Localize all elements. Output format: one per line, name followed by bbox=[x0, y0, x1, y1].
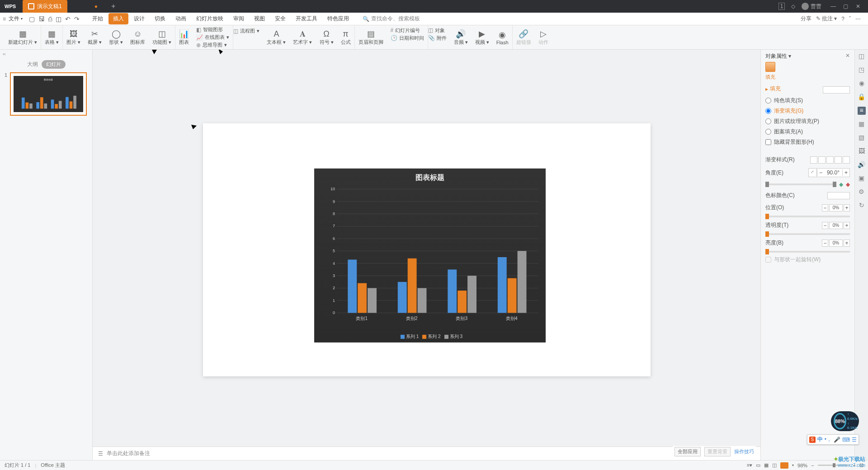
smart-graphic-button[interactable]: ◧智能图形 bbox=[196, 26, 223, 33]
share-button[interactable]: 分享 bbox=[801, 15, 811, 23]
network-speed-widget[interactable]: 88% ↑ 0.6K/s↓ 0.1K/s bbox=[831, 411, 859, 431]
brightness-slider[interactable] bbox=[765, 251, 850, 253]
comment-button[interactable]: ✎ 批注 ▾ bbox=[816, 15, 837, 23]
side-icon-1[interactable]: ◫ bbox=[858, 52, 866, 61]
hide-bg-checkbox[interactable]: 隐藏背景图形(H) bbox=[765, 137, 850, 147]
screenshot-button[interactable]: ✂截屏 ▾ bbox=[84, 25, 105, 49]
function-chart-button[interactable]: ◫功能图 ▾ bbox=[149, 25, 175, 49]
tab-features[interactable]: 特色应用 bbox=[323, 13, 354, 24]
chart-object[interactable]: 图表标题 012345678910类别1类别2类别3类别4 系列 1系列 2系列… bbox=[314, 169, 546, 343]
side-icon-5[interactable]: ≡ bbox=[858, 107, 866, 115]
side-icon-9[interactable]: 🔊 bbox=[858, 161, 866, 169]
save-icon[interactable]: 🖫 bbox=[38, 15, 45, 23]
file-menu[interactable]: 文件▾ bbox=[6, 14, 25, 24]
zoom-out-button[interactable]: − bbox=[811, 463, 814, 468]
tab-insert[interactable]: 插入 bbox=[108, 13, 128, 24]
add-stop-icon[interactable]: ◆ bbox=[839, 181, 843, 188]
view-reading-icon[interactable]: ◫ bbox=[772, 462, 777, 468]
side-icon-11[interactable]: ⚙ bbox=[858, 188, 866, 196]
flash-button[interactable]: ◉Flash bbox=[493, 25, 513, 49]
props-close-button[interactable]: ✕ bbox=[845, 52, 850, 59]
side-icon-7[interactable]: ▧ bbox=[858, 134, 866, 142]
notes-bar[interactable]: ☰ 单击此处添加备注 bbox=[93, 446, 760, 460]
canvas-area[interactable]: 图表标题 012345678910类别1类别2类别3类别4 系列 1系列 2系列… bbox=[93, 50, 760, 460]
ime-toolbar[interactable]: S 中 •， 🎤 ⌨ ☰ bbox=[807, 434, 859, 445]
new-tab-button[interactable]: + bbox=[111, 2, 115, 10]
command-search[interactable]: 🔍 查找命令、搜索模板 bbox=[363, 15, 420, 23]
side-icon-8[interactable]: 🖼 bbox=[858, 147, 866, 155]
transparency-slider[interactable] bbox=[765, 233, 850, 235]
open-icon[interactable]: ▢ bbox=[29, 15, 35, 23]
tab-start[interactable]: 开始 bbox=[88, 13, 108, 24]
angle-spinner[interactable]: ◜−90.0°+ bbox=[808, 168, 850, 177]
textbox-button[interactable]: A文本框 ▾ bbox=[263, 25, 289, 49]
mindmap-button[interactable]: ⊕思维导图 ▾ bbox=[196, 42, 227, 48]
collapse-ribbon-icon[interactable]: ˆ bbox=[849, 16, 851, 22]
header-footer-button[interactable]: ▤页眉和页脚 bbox=[355, 25, 387, 49]
video-button[interactable]: ▶视频 ▾ bbox=[472, 25, 493, 49]
document-tab[interactable]: 演示文稿1 bbox=[23, 0, 67, 13]
symbol-button[interactable]: Ω符号 ▾ bbox=[316, 25, 337, 49]
brightness-spinner[interactable]: −0%+ bbox=[822, 240, 850, 247]
tab-review[interactable]: 审阅 bbox=[229, 13, 249, 24]
slide-thumbnail[interactable]: 图表标题 bbox=[10, 72, 87, 116]
redo-icon[interactable]: ↷ bbox=[74, 15, 80, 23]
skin-icon[interactable]: ◇ bbox=[791, 3, 795, 9]
side-icon-3[interactable]: ◉ bbox=[858, 80, 866, 88]
transparency-spinner[interactable]: −0%+ bbox=[822, 222, 850, 229]
tab-animation[interactable]: 动画 bbox=[171, 13, 191, 24]
slide-number-button[interactable]: #幻灯片编号 bbox=[391, 27, 420, 34]
gradient-stops-slider[interactable]: ◆ ◆ bbox=[765, 179, 850, 189]
undo-icon[interactable]: ↶ bbox=[65, 15, 71, 23]
tab-security[interactable]: 安全 bbox=[270, 13, 290, 24]
remove-stop-icon[interactable]: ◆ bbox=[846, 181, 850, 188]
date-time-button[interactable]: 🕒日期和时间 bbox=[391, 35, 424, 42]
hamburger-icon[interactable]: ≡ bbox=[3, 16, 6, 22]
ime-punct-icon[interactable]: •， bbox=[825, 436, 832, 443]
wordart-button[interactable]: 𝐀艺术字 ▾ bbox=[289, 25, 316, 49]
gradient-fill-radio[interactable]: 渐变填充(G) bbox=[765, 106, 850, 116]
maximize-button[interactable]: ▢ bbox=[840, 3, 851, 9]
object-button[interactable]: ◫对象 bbox=[428, 27, 445, 34]
side-icon-2[interactable]: ◳ bbox=[858, 66, 866, 74]
audio-button[interactable]: 🔊音频 ▾ bbox=[450, 25, 472, 49]
slideshow-play-button[interactable] bbox=[780, 462, 788, 469]
icon-lib-button[interactable]: ☺图标库 bbox=[127, 25, 149, 49]
flowchart-button[interactable]: ◫流程图 ▾ bbox=[233, 28, 259, 34]
position-slider[interactable] bbox=[765, 216, 850, 217]
more-icon[interactable]: ⋯ bbox=[855, 16, 861, 22]
solid-fill-radio[interactable]: 纯色填充(S) bbox=[765, 95, 850, 106]
tips-link[interactable]: 操作技巧 bbox=[734, 448, 754, 455]
position-spinner[interactable]: −0%+ bbox=[822, 204, 850, 212]
new-slide-button[interactable]: ▦新建幻灯片 ▾ bbox=[5, 25, 41, 49]
side-icon-10[interactable]: ▣ bbox=[858, 174, 866, 183]
ime-settings-icon[interactable]: ☰ bbox=[852, 437, 857, 443]
picture-button[interactable]: 🖼图片 ▾ bbox=[63, 25, 84, 49]
view-sorter-icon[interactable]: ▦ bbox=[764, 462, 769, 468]
view-normal-icon[interactable]: ▭ bbox=[756, 462, 760, 468]
tab-devtools[interactable]: 开发工具 bbox=[291, 13, 322, 24]
online-chart-button[interactable]: 📈在线图表 ▾ bbox=[196, 34, 229, 41]
slide-canvas[interactable]: 图表标题 012345678910类别1类别2类别3类别4 系列 1系列 2系列… bbox=[203, 123, 651, 376]
badge-icon[interactable]: 1 bbox=[778, 3, 785, 10]
tab-view[interactable]: 视图 bbox=[250, 13, 269, 24]
tab-slideshow[interactable]: 幻灯片放映 bbox=[192, 13, 228, 24]
fill-preset-dropdown[interactable] bbox=[823, 86, 850, 94]
slides-view-tab[interactable]: 幻灯片 bbox=[42, 60, 66, 69]
user-avatar-icon[interactable]: 曹曹 bbox=[802, 3, 821, 10]
minimize-button[interactable]: — bbox=[828, 3, 839, 9]
notes-view-icon[interactable]: ≡▾ bbox=[747, 462, 752, 468]
side-icon-6[interactable]: ▦ bbox=[858, 120, 866, 128]
print-preview-icon[interactable]: ◫ bbox=[56, 15, 61, 23]
tab-transition[interactable]: 切换 bbox=[150, 13, 170, 24]
ime-lang[interactable]: 中 bbox=[817, 436, 823, 443]
ime-mic-icon[interactable]: 🎤 bbox=[834, 437, 840, 443]
reset-bg-button[interactable]: 重置背景 bbox=[704, 447, 731, 456]
shape-button[interactable]: ◯形状 ▾ bbox=[105, 25, 127, 49]
close-button[interactable]: ✕ bbox=[853, 3, 863, 9]
attachment-button[interactable]: 📎附件 bbox=[428, 35, 447, 42]
gradient-style-buttons[interactable] bbox=[810, 156, 850, 164]
color-stop-dropdown[interactable] bbox=[827, 192, 850, 199]
formula-button[interactable]: π公式 bbox=[337, 25, 355, 49]
collapse-panel-icon[interactable]: ‹‹ bbox=[0, 50, 92, 58]
